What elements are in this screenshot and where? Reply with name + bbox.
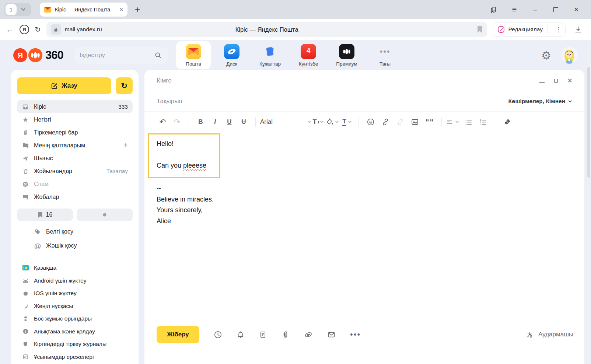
add-mailbox-button[interactable]: @ Жәшік қосу xyxy=(17,239,133,253)
address-bar[interactable]: Кіріс — Яндекс Пошта mail.yandex.ru xyxy=(46,22,487,37)
edit-button-label: Редакциялау xyxy=(508,26,543,33)
underline-button[interactable]: U xyxy=(222,118,237,126)
numbered-list-button[interactable]: 123 xyxy=(476,119,490,126)
message-body-editor[interactable]: Hello! Can you pleeese -- Believe in mir… xyxy=(144,132,579,323)
tab-group-control[interactable]: 1 xyxy=(4,3,31,16)
browser-menu-icon[interactable]: ≡ xyxy=(504,5,525,14)
window-maximize-icon[interactable] xyxy=(545,7,566,12)
add-folder-button[interactable]: + xyxy=(123,141,128,150)
user-avatar[interactable] xyxy=(561,47,578,64)
emoji-button[interactable] xyxy=(363,118,378,126)
browser-tab[interactable]: Кіріс — Яндекс Пошта × xyxy=(40,3,127,17)
align-button[interactable] xyxy=(446,119,461,125)
compose-minimize-icon[interactable] xyxy=(539,82,545,83)
insert-link-button[interactable] xyxy=(378,118,393,126)
text-color-button[interactable]: T xyxy=(340,118,354,126)
subject-field-placeholder[interactable]: Тақырып xyxy=(157,98,182,105)
bookmark-icon[interactable] xyxy=(477,26,483,33)
to-field-placeholder[interactable]: Кімге xyxy=(157,77,172,84)
window-close-icon[interactable]: × xyxy=(566,5,587,14)
sidebar-item-inbox[interactable]: Кіріс 333 xyxy=(17,100,133,113)
blockquote-button[interactable]: "" xyxy=(422,118,437,127)
mail-app-icon xyxy=(186,44,201,59)
dot-filter-pill[interactable] xyxy=(77,209,133,221)
compose-expand-icon[interactable] xyxy=(554,79,558,83)
compose-close-icon[interactable]: × xyxy=(567,77,572,85)
italic-button[interactable]: I xyxy=(208,118,222,126)
send-button[interactable]: Жіберу xyxy=(157,326,199,343)
android-download-link[interactable]: Android үшін жүктеу xyxy=(17,274,133,287)
language-link[interactable]: Қазақша xyxy=(17,262,133,274)
search-icon[interactable] xyxy=(154,52,162,59)
chevron-down-icon xyxy=(568,100,572,103)
bullet-list-button[interactable] xyxy=(461,119,476,126)
bookmarks-filter-pill[interactable]: 16 xyxy=(17,209,73,221)
chevron-down-icon xyxy=(335,121,339,123)
more-vertical-icon[interactable]: ⋮ xyxy=(553,26,564,34)
url-text[interactable]: mail.yandex.ru xyxy=(65,26,102,33)
tab-close-icon[interactable]: × xyxy=(120,6,123,13)
ios-download-link[interactable]: IOS үшін жүктеу xyxy=(17,287,133,300)
yandex-home-icon[interactable]: Я xyxy=(20,25,29,34)
compose-subject-row[interactable]: Тақырып Көшірмелер, Кімнен xyxy=(144,91,584,112)
chevron-down-icon[interactable] xyxy=(17,8,30,11)
compose-button[interactable]: Жазу xyxy=(17,77,111,94)
font-size-button[interactable]: Tт xyxy=(311,118,325,126)
redo-icon[interactable]: ↷ xyxy=(170,118,184,126)
sidebar-item-trash[interactable]: Жойылғандар Тазалау xyxy=(17,165,133,178)
attach-file-paperclip-icon[interactable] xyxy=(281,330,290,339)
search-input[interactable]: Іздестіру xyxy=(74,47,168,64)
highlight-color-button[interactable] xyxy=(325,118,340,126)
notify-bell-icon[interactable] xyxy=(237,330,245,339)
page-scrollbar[interactable] xyxy=(587,41,591,363)
yandex360-logo[interactable]: Я 360 xyxy=(13,48,63,62)
insert-image-button[interactable] xyxy=(408,118,422,126)
service-disk[interactable]: Диск xyxy=(214,41,249,69)
clear-formatting-eraser-icon[interactable] xyxy=(500,118,514,126)
attach-from-disk-icon[interactable] xyxy=(304,330,313,339)
chevron-down-icon xyxy=(307,121,311,123)
service-mail[interactable]: Пошта xyxy=(176,41,211,69)
new-tab-button[interactable]: + xyxy=(135,4,140,15)
reload-icon[interactable]: ↻ xyxy=(35,25,41,34)
add-label-button[interactable]: Белгі қосу xyxy=(17,225,133,239)
sidebar-item-my-folders[interactable]: Менің қалталарым + xyxy=(17,139,133,152)
sidebar-item-important[interactable]: ★ Негізгі xyxy=(17,113,133,126)
sidebar-item-spam[interactable]: Спам xyxy=(17,178,133,190)
compose-to-row[interactable]: Кімге × xyxy=(144,70,584,91)
download-icon[interactable] xyxy=(574,25,582,34)
help-support-link[interactable]: Анықтама және қолдау xyxy=(17,325,133,338)
service-docs[interactable]: Құжаттар xyxy=(253,41,287,69)
sidebar-item-attachments[interactable]: Тіркемелері бар xyxy=(17,126,133,139)
refresh-mail-button[interactable]: ↻ xyxy=(116,77,133,94)
cc-from-toggle[interactable]: Көшірмелер, Кімнен xyxy=(508,98,572,105)
more-options-icon[interactable]: ••• xyxy=(350,330,361,339)
schedule-send-clock-icon[interactable] xyxy=(214,330,222,339)
empty-trash-button[interactable]: Тазалау xyxy=(106,168,128,175)
scrollbar-thumb[interactable] xyxy=(587,67,590,178)
settings-gear-icon[interactable]: ⚙ xyxy=(541,49,551,62)
edit-mode-button[interactable]: Редакциялау ⋮ xyxy=(493,22,566,37)
strikethrough-button[interactable]: U xyxy=(237,118,251,126)
side-panel-icon[interactable] xyxy=(483,6,504,14)
envelope-icon[interactable] xyxy=(327,330,336,339)
bookmark-tab-icon xyxy=(38,212,43,218)
vacancies-link[interactable]: Бос жұмыс орындары xyxy=(17,312,133,325)
font-family-select[interactable]: Arial xyxy=(260,118,311,126)
sidebar-item-sent[interactable]: Шығыс xyxy=(17,152,133,165)
login-journal-link[interactable]: Кіргендерді тіркеу журналы xyxy=(17,338,133,351)
service-more[interactable]: ••• Тағы xyxy=(368,41,402,69)
service-calendar[interactable]: 4 Күнтізбе xyxy=(291,41,326,69)
tab-group-count[interactable]: 1 xyxy=(6,4,17,15)
service-premium[interactable]: Премиум xyxy=(329,41,364,69)
window-minimize-icon[interactable]: – xyxy=(525,6,545,14)
sidebar-item-projects[interactable]: Жобалар xyxy=(17,190,133,203)
light-version-link[interactable]: Жеңіл нұсқасы xyxy=(17,300,133,313)
template-icon[interactable] xyxy=(259,330,267,339)
recommendation-rules-link[interactable]: Ұсынымдар ережелері xyxy=(17,351,133,364)
remove-link-button[interactable] xyxy=(393,118,408,126)
translator-button[interactable]: Аудармашы xyxy=(526,330,573,339)
back-icon[interactable]: ← xyxy=(6,25,14,34)
bold-button[interactable]: B xyxy=(193,118,208,126)
undo-icon[interactable]: ↶ xyxy=(155,118,170,126)
